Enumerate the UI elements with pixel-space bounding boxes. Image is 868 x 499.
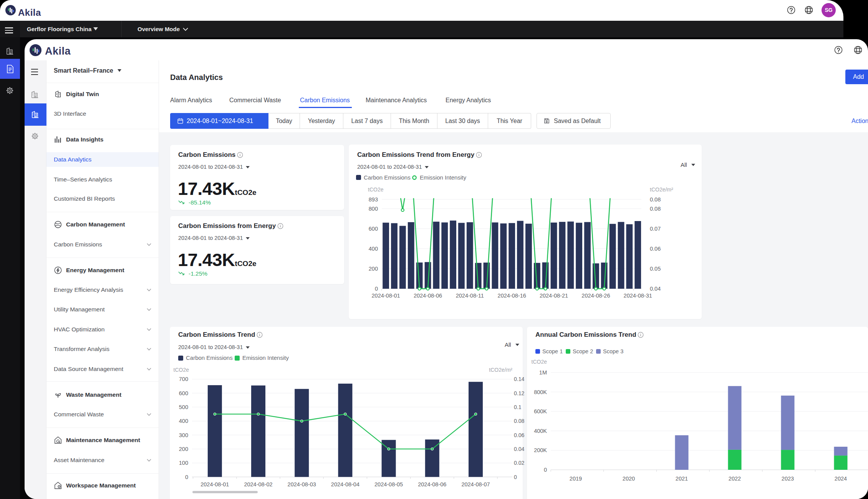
svg-text:2023: 2023 [782,476,794,482]
svg-text:2024-08-06: 2024-08-06 [418,481,446,487]
svg-text:400: 400 [179,418,188,424]
svg-text:500: 500 [179,404,188,410]
svg-text:200: 200 [179,446,188,452]
svg-text:200: 200 [369,266,378,272]
svg-text:0.1: 0.1 [514,404,522,410]
svg-text:0.08: 0.08 [650,206,661,212]
svg-text:2024-08-07: 2024-08-07 [461,481,490,487]
svg-text:tCO2e/m²: tCO2e/m² [489,367,512,373]
svg-text:600: 600 [179,390,188,396]
svg-text:0.04: 0.04 [650,286,661,292]
svg-text:0.02: 0.02 [514,460,524,466]
svg-text:2024-08-01: 2024-08-01 [200,481,229,487]
svg-text:2024-08-01: 2024-08-01 [372,293,400,299]
svg-text:0.08: 0.08 [514,418,524,424]
svg-text:0: 0 [544,467,547,473]
svg-text:2024-08-26: 2024-08-26 [581,293,610,299]
svg-text:0.14: 0.14 [514,376,524,382]
svg-text:893: 893 [369,196,378,203]
svg-text:600K: 600K [534,408,547,414]
svg-text:0: 0 [375,286,378,292]
svg-text:0: 0 [514,474,517,480]
svg-text:2024-08-31: 2024-08-31 [624,293,652,299]
svg-text:400K: 400K [534,428,547,434]
svg-text:2024-08-21: 2024-08-21 [540,293,568,299]
svg-text:0.04: 0.04 [514,446,524,452]
svg-text:0: 0 [185,474,188,480]
svg-text:2024-08-02: 2024-08-02 [244,481,272,487]
svg-text:2021: 2021 [676,476,688,482]
svg-text:2024-08-03: 2024-08-03 [288,481,316,487]
svg-text:0.06: 0.06 [650,246,661,252]
svg-text:2024: 2024 [835,476,847,482]
svg-text:2024-08-05: 2024-08-05 [374,481,403,487]
svg-text:tCO2e: tCO2e [368,186,384,193]
svg-text:tCO2e: tCO2e [532,359,547,365]
svg-text:0.12: 0.12 [514,390,524,396]
svg-text:0.08: 0.08 [650,196,661,203]
svg-text:300: 300 [179,432,188,438]
svg-text:100: 100 [179,460,188,466]
svg-text:2024-08-11: 2024-08-11 [456,293,484,299]
svg-text:800K: 800K [534,389,547,395]
svg-text:tCO2e: tCO2e [174,367,189,373]
svg-text:2019: 2019 [570,476,582,482]
svg-text:1M: 1M [539,369,547,376]
svg-text:600: 600 [369,226,378,232]
svg-text:2024-08-04: 2024-08-04 [331,481,359,487]
svg-text:800: 800 [369,206,378,212]
svg-text:2022: 2022 [729,476,741,482]
svg-text:2020: 2020 [623,476,635,482]
svg-text:2024-08-16: 2024-08-16 [498,293,526,299]
svg-text:tCO2e/m²: tCO2e/m² [650,186,673,193]
svg-text:200K: 200K [534,447,547,453]
svg-text:0.05: 0.05 [650,266,661,272]
svg-text:0.07: 0.07 [650,226,661,232]
svg-text:0.06: 0.06 [514,432,524,438]
svg-text:400: 400 [369,246,378,252]
svg-text:700: 700 [179,376,188,382]
svg-text:2024-08-06: 2024-08-06 [414,293,442,299]
